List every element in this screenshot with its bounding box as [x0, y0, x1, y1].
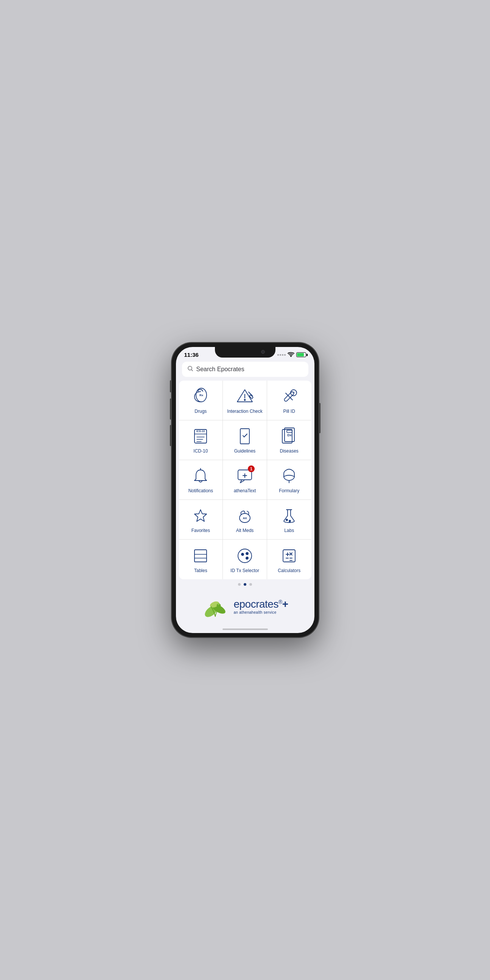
svg-point-0 [291, 356, 291, 357]
volume-up-button[interactable] [170, 380, 172, 392]
grid-item-pill-id[interactable]: ?Pill ID [267, 381, 312, 420]
svg-text:?: ? [293, 391, 295, 395]
formulary-icon [279, 466, 299, 486]
grid-item-notifications[interactable]: Notifications [179, 460, 223, 500]
grid-item-icd-10[interactable]: ICD-10ICD-10 [179, 420, 223, 460]
svg-point-34 [286, 519, 288, 521]
status-icons [277, 352, 306, 358]
guidelines-label: Guidelines [234, 449, 256, 455]
svg-marker-30 [194, 510, 207, 522]
silent-button[interactable] [170, 425, 172, 446]
icd-10-label: ICD-10 [193, 449, 208, 455]
grid-item-formulary[interactable]: Formulary [267, 460, 312, 500]
grid-item-tables[interactable]: Tables [179, 539, 223, 579]
wifi-icon [288, 352, 294, 358]
footer: epocrates®+ an athenahealth service [176, 589, 315, 627]
svg-point-42 [246, 552, 248, 555]
svg-text:ICD-10: ICD-10 [196, 430, 205, 433]
drugs-icon: Rx [191, 387, 210, 406]
svg-rect-36 [194, 550, 207, 562]
search-icon [187, 366, 193, 373]
icd-10-icon: ICD-10 [191, 426, 210, 446]
status-time: 11:36 [184, 352, 199, 358]
grid-rows: RxDrugsInteraction Check?Pill IDICD-10IC… [179, 381, 312, 579]
tables-label: Tables [194, 568, 207, 574]
phone-screen: 11:36 [176, 347, 315, 633]
labs-icon [279, 506, 299, 525]
calculators-icon [279, 546, 299, 566]
volume-down-button[interactable] [170, 398, 172, 420]
battery-icon [296, 352, 306, 357]
grid-item-favorites[interactable]: Favorites [179, 500, 223, 539]
pill-id-label: Pill ID [283, 409, 295, 415]
page-dot-2[interactable] [244, 583, 246, 586]
grid-item-diseases[interactable]: DxDiseases [267, 420, 312, 460]
favorites-icon [191, 506, 210, 525]
formulary-label: Formulary [279, 488, 299, 494]
home-bar[interactable] [223, 628, 268, 630]
notch [215, 347, 275, 358]
grid-item-drugs[interactable]: RxDrugs [179, 381, 223, 420]
svg-point-43 [246, 557, 248, 559]
id-tx-selector-label: ID Tx Selector [231, 568, 259, 574]
diseases-label: Diseases [280, 449, 298, 455]
id-tx-selector-icon [235, 546, 255, 566]
grid-item-guidelines[interactable]: Guidelines [223, 420, 267, 460]
grid-item-id-tx-selector[interactable]: ID Tx Selector [223, 539, 267, 579]
page-dots [176, 579, 315, 589]
grid-item-athenatext[interactable]: athenaText1 [223, 460, 267, 500]
svg-rect-44 [283, 550, 295, 562]
search-placeholder: Search Epocrates [196, 366, 245, 373]
notifications-label: Notifications [188, 488, 213, 494]
guidelines-icon [235, 426, 255, 446]
athenatext-label: athenaText [234, 488, 256, 494]
svg-point-40 [238, 549, 251, 563]
phone-frame: 11:36 [172, 342, 319, 638]
svg-line-2 [191, 370, 192, 371]
epocrates-plant-logo [202, 593, 229, 620]
page-dot-1[interactable] [238, 583, 241, 586]
labs-label: Labs [284, 528, 294, 534]
page-dot-3[interactable] [249, 583, 252, 586]
brand-sub: an athenahealth service [234, 610, 276, 614]
athenatext-badge: 1 [248, 465, 255, 472]
svg-point-35 [289, 520, 291, 522]
pill-id-icon: ? [279, 387, 299, 406]
svg-point-56 [218, 603, 220, 605]
svg-point-7 [244, 399, 245, 401]
notifications-icon [191, 466, 210, 486]
grid-item-alt-meds[interactable]: AltAlt Meds [223, 500, 267, 539]
interaction-check-icon [235, 387, 255, 406]
search-bar[interactable]: Search Epocrates [182, 362, 309, 377]
favorites-label: Favorites [191, 528, 210, 534]
signal-icon [277, 354, 286, 356]
power-button[interactable] [319, 403, 320, 433]
brand-name: epocrates®+ [234, 598, 288, 610]
drugs-label: Drugs [194, 409, 207, 415]
grid-item-calculators[interactable]: Calculators [267, 539, 312, 579]
footer-brand: epocrates®+ an athenahealth service [234, 598, 288, 614]
alt-meds-label: Alt Meds [236, 528, 254, 534]
svg-text:Rx: Rx [199, 393, 204, 397]
grid-item-interaction-check[interactable]: Interaction Check [223, 381, 267, 420]
front-camera [261, 350, 265, 354]
alt-meds-icon: Alt [235, 506, 255, 525]
svg-text:Dx: Dx [287, 433, 292, 437]
calculators-label: Calculators [278, 568, 301, 574]
interaction-check-label: Interaction Check [227, 409, 262, 415]
svg-point-41 [242, 553, 244, 555]
diseases-icon: Dx [279, 426, 299, 446]
svg-text:Alt: Alt [243, 517, 247, 520]
grid-item-labs[interactable]: Labs [267, 500, 312, 539]
app-grid: RxDrugsInteraction Check?Pill IDICD-10IC… [179, 381, 312, 579]
svg-rect-23 [287, 430, 292, 433]
tables-icon [191, 546, 210, 566]
